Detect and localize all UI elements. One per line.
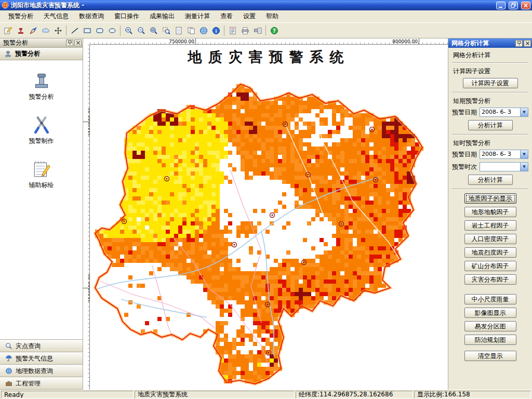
close-icon xyxy=(76,41,81,45)
pin-icon xyxy=(67,40,73,46)
roundrect-icon xyxy=(96,26,104,35)
info-button[interactable]: i xyxy=(210,24,222,36)
factor-geology-display-button[interactable]: 地质因子的显示 xyxy=(464,193,516,204)
ruler-label: 800000.00 xyxy=(392,39,419,44)
menu-help[interactable]: 帮助 xyxy=(261,10,284,22)
display-rainfall-button[interactable]: 中小尺度雨量 xyxy=(464,294,516,304)
roundrect-tool-button[interactable] xyxy=(94,24,105,36)
menu-window-ops[interactable]: 窗口操作 xyxy=(109,10,144,22)
app-window: 浏阳市地质灾害预警系统 - 预警分析 天气信息 数据查询 窗口操作 成果输出 测… xyxy=(0,0,532,399)
move-tool-button[interactable] xyxy=(52,24,64,36)
factor-geotech-button[interactable]: 岩土工程因子 xyxy=(464,220,516,231)
nowcast-analyze-button[interactable]: 分析计算 xyxy=(468,175,513,185)
tool-warning-making[interactable]: 预警制作 xyxy=(0,115,83,145)
short-term-date-combo[interactable]: 2008- 6- 3 ▼ xyxy=(480,108,528,117)
toolbar: i ? xyxy=(0,23,532,38)
accordion-label: 灾点查询 xyxy=(16,342,41,351)
accordion-label: 地理数据查询 xyxy=(16,367,53,376)
stamp-icon xyxy=(32,71,51,90)
edit-tool-button[interactable] xyxy=(2,24,14,36)
menu-warning-analysis[interactable]: 预警分析 xyxy=(3,10,38,22)
accordion-disaster-query[interactable]: 灾点查询 xyxy=(0,340,83,352)
pin-button[interactable] xyxy=(66,39,73,46)
calc-factor-settings-button[interactable]: 计算因子设置 xyxy=(463,78,518,88)
menu-measure[interactable]: 测量计算 xyxy=(180,10,215,22)
factor-terrain-button[interactable]: 地形地貌因子 xyxy=(464,207,516,217)
left-panel-close-button[interactable] xyxy=(74,39,82,46)
nowcast-date-combo[interactable]: 2008- 6- 3 ▼ xyxy=(480,150,528,159)
display-susceptibility-button[interactable]: 易发分区图 xyxy=(464,321,516,331)
date-label: 预警日期 xyxy=(452,150,477,159)
ellipse-tool-button[interactable] xyxy=(106,24,118,36)
svg-text:?: ? xyxy=(273,28,276,34)
dart-tool-button[interactable] xyxy=(27,24,39,36)
factor-population-button[interactable]: 人口密度因子 xyxy=(464,234,516,244)
rect-tool-button[interactable] xyxy=(81,24,93,36)
chevron-down-icon[interactable]: ▼ xyxy=(520,108,528,116)
stamp-tool-button[interactable] xyxy=(15,24,26,36)
help-button[interactable]: ? xyxy=(268,24,280,36)
short-term-analyze-button[interactable]: 分析计算 xyxy=(468,120,513,130)
restore-button[interactable] xyxy=(509,2,518,9)
clear-display-button[interactable]: 清空显示 xyxy=(464,351,516,361)
globe-button[interactable] xyxy=(197,24,209,36)
print-button[interactable] xyxy=(239,24,251,36)
nowcast-time-row: 预警时次 ▼ xyxy=(452,162,528,171)
zoom-extent-button[interactable] xyxy=(148,24,159,36)
edit-icon xyxy=(4,26,12,35)
tool-warning-analysis[interactable]: 预警分析 xyxy=(0,71,83,101)
menu-weather-info[interactable]: 天气信息 xyxy=(38,10,74,22)
zoom-in-icon xyxy=(125,26,133,35)
chevron-down-icon[interactable]: ▼ xyxy=(520,163,528,171)
map-canvas[interactable]: 地质灾害预警系统 xyxy=(90,45,448,390)
accordion-project-management[interactable]: 工程管理 xyxy=(0,377,83,390)
menu-view[interactable]: 查看 xyxy=(215,10,238,22)
right-panel-content: 网格分析计算 计算因子设置 计算因子设置 短期预警分析 预警日期 2008- 6… xyxy=(448,48,532,390)
right-panel-close-button[interactable] xyxy=(524,40,531,47)
copy-icon xyxy=(187,26,195,35)
tool-aux-plotting[interactable]: 辅助标绘 xyxy=(0,159,83,190)
zoom-in-button[interactable] xyxy=(123,24,135,36)
menu-data-query[interactable]: 数据查询 xyxy=(74,10,109,22)
status-ready: Ready xyxy=(1,391,134,398)
ruler-tick xyxy=(83,122,89,122)
pliers-icon xyxy=(32,115,51,135)
chevron-down-icon[interactable]: ▼ xyxy=(520,150,528,158)
menu-settings[interactable]: 设置 xyxy=(238,10,261,22)
briefcase-icon xyxy=(5,380,12,387)
factor-disaster-dist-button[interactable]: 灾害分布因子 xyxy=(464,274,516,285)
copy-button[interactable] xyxy=(185,24,197,36)
line-tool-button[interactable] xyxy=(69,24,81,36)
accordion-label: 预警天气信息 xyxy=(16,354,53,363)
ruler-tick xyxy=(83,288,89,288)
map-region: 750000.00 800000.00 3150000.00 3100000.0… xyxy=(83,38,448,390)
pin-button[interactable] xyxy=(515,40,523,47)
display-prevention-plan-button[interactable]: 防治规划图 xyxy=(464,335,516,345)
report-button[interactable] xyxy=(227,24,238,36)
fit-page-button[interactable] xyxy=(172,24,184,36)
print-preview-button[interactable] xyxy=(251,24,263,36)
ruler-label: 750000.00 xyxy=(169,39,195,44)
right-panel: 网格分析计算 网格分析计算 计算因子设置 计算因子设置 短期预警分析 预警日期 … xyxy=(448,38,532,390)
factor-mines-button[interactable]: 矿山分布因子 xyxy=(464,261,516,271)
minimize-button[interactable] xyxy=(496,2,506,9)
zoom-window-button[interactable] xyxy=(160,24,172,36)
left-panel: 预警分析 预警分析 预警分析 xyxy=(0,38,83,390)
zoom-out-button[interactable] xyxy=(135,24,147,36)
display-imagery-button[interactable]: 影像图显示 xyxy=(464,308,516,318)
separator xyxy=(452,189,528,190)
factor-seismic-button[interactable]: 地震烈度因子 xyxy=(464,247,516,258)
accordion-geo-data-query[interactable]: 地理数据查询 xyxy=(0,365,83,377)
status-bar: Ready 地质灾害预警系统 经纬度:114.296875,28.162686 … xyxy=(0,390,532,399)
close-button[interactable] xyxy=(521,2,530,9)
accordion-weather-info[interactable]: 预警天气信息 xyxy=(0,352,83,365)
stamp-icon xyxy=(17,26,25,35)
menu-output[interactable]: 成果输出 xyxy=(144,10,180,22)
map-svg[interactable] xyxy=(90,45,448,388)
cloud-tool-button[interactable] xyxy=(39,24,51,36)
notepad-pencil-icon xyxy=(32,159,51,179)
left-panel-group-header[interactable]: 预警分析 xyxy=(0,48,83,60)
status-coordinates: 经纬度:114.296875,28.162686 xyxy=(296,391,413,398)
nowcast-time-combo[interactable]: ▼ xyxy=(480,162,528,171)
zoom-extent-icon xyxy=(150,26,158,35)
